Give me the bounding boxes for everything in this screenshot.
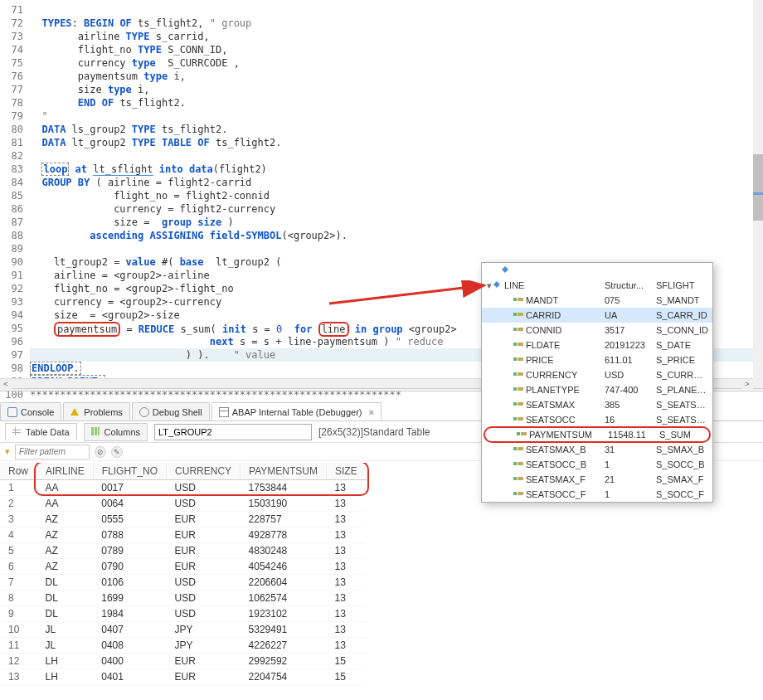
popup-field-fldate[interactable]: FLDATE20191223S_DATE <box>482 338 712 352</box>
code-line-78[interactable]: END OF ts_flight2. <box>30 96 763 109</box>
code-line-80[interactable]: DATA ls_group2 TYPE ts_flight2. <box>30 123 763 136</box>
table-row[interactable]: 12LH0400EUR299259215 <box>0 654 366 669</box>
table-row[interactable]: 8DL1699USD106257413 <box>0 591 366 606</box>
col-airline[interactable]: AIRLINE <box>37 463 94 480</box>
tab-columns[interactable]: Columns <box>84 423 148 441</box>
tab-table-data[interactable]: Table Data <box>5 423 77 441</box>
chevron-down-icon[interactable]: ▾ <box>485 280 493 291</box>
code-line-71[interactable] <box>30 3 763 17</box>
table-row[interactable]: 6AZ0790EUR405424613 <box>0 559 366 575</box>
cell: EUR <box>167 654 241 669</box>
popup-field-connid[interactable]: CONNID3517S_CONN_ID <box>482 323 712 338</box>
table-name-input[interactable] <box>154 424 312 440</box>
code-line-76[interactable]: paymentsum type i, <box>30 70 763 83</box>
cell: 4928778 <box>241 527 327 543</box>
tab-close-button[interactable]: × <box>366 407 374 417</box>
cell: DL <box>37 591 94 606</box>
code-line-83[interactable]: loop at lt_sflight into data(flight2) <box>30 163 763 176</box>
field-icon <box>513 326 523 334</box>
table-row[interactable]: 2AA0064USD150319013 <box>0 496 366 512</box>
field-icon <box>513 445 523 454</box>
col-row[interactable]: Row <box>0 463 37 480</box>
cell: JPY <box>167 638 241 654</box>
col-size[interactable]: SIZE <box>326 463 366 480</box>
cell: 2 <box>0 496 37 512</box>
table-header-row: RowAIRLINEFLIGHT_NOCURRENCYPAYMENTSUMSIZ… <box>0 463 366 480</box>
table-row[interactable]: 13LH0401EUR220475415 <box>0 669 366 685</box>
code-line-73[interactable]: airline TYPE s_carrid, <box>30 30 763 43</box>
cell: JPY <box>167 622 241 638</box>
cell: 0106 <box>93 575 166 591</box>
scroll-thumb[interactable] <box>753 154 763 221</box>
popup-field-planetype[interactable]: PLANETYPE747-400S_PLANETYE <box>482 382 712 397</box>
variable-popup[interactable]: ▾ LINEStructur...SFLIGHT MANDT075S_MANDT… <box>481 262 713 503</box>
code-line-82[interactable] <box>30 149 763 163</box>
code-line-79[interactable]: " <box>30 109 763 123</box>
cell: 0408 <box>93 638 166 654</box>
popup-field-currency[interactable]: CURRENCYUSDS_CURRCODE <box>482 367 712 382</box>
code-line-84[interactable]: GROUP BY ( airline = flight2-carrid <box>30 176 763 189</box>
popup-root-line[interactable]: ▾ LINEStructur...SFLIGHT <box>482 278 712 293</box>
table-row[interactable]: 1AA0017USD175384413 <box>0 480 366 496</box>
popup-field-price[interactable]: PRICE611.01S_PRICE <box>482 352 712 367</box>
table-row[interactable]: 3AZ0555EUR22875713 <box>0 512 366 527</box>
popup-field-paymentsum[interactable]: PAYMENTSUM11548.11S_SUM <box>484 426 711 443</box>
edit-button[interactable]: ✎ <box>111 446 123 458</box>
popup-field-seatsmax[interactable]: SEATSMAX385S_SEATSMAX <box>482 397 712 412</box>
tab-internaltable[interactable]: ABAP Internal Table (Debugger)× <box>211 402 382 420</box>
scroll-right-button[interactable]: > <box>741 379 753 389</box>
code-line-86[interactable]: currency = flight2-currency <box>30 202 763 216</box>
popup-field-mandt[interactable]: MANDT075S_MANDT <box>482 293 712 308</box>
cell: AA <box>37 496 94 512</box>
cell: 4054246 <box>241 559 327 575</box>
cell: 10 <box>0 622 37 638</box>
cell: JL <box>37 622 94 638</box>
tab-console[interactable]: Console <box>0 402 61 420</box>
filter-input[interactable] <box>15 445 90 459</box>
table-row[interactable]: 9DL1984USD192310213 <box>0 606 366 622</box>
cell: 13 <box>326 512 366 527</box>
code-line-72[interactable]: TYPES: BEGIN OF ts_flight2, " group <box>30 17 763 30</box>
popup-field-seatsocc_b[interactable]: SEATSOCC_B1S_SOCC_B <box>482 457 712 472</box>
table-row[interactable]: 11JL0408JPY422622713 <box>0 638 366 654</box>
clear-filter-button[interactable]: ⊘ <box>95 446 106 458</box>
cell: 13 <box>326 638 366 654</box>
tab-debugshell[interactable]: Debug Shell <box>132 402 210 420</box>
cell: 0064 <box>93 496 166 512</box>
code-line-85[interactable]: flight_no = flight2-connid <box>30 189 763 202</box>
popup-field-seatsmax_b[interactable]: SEATSMAX_B31S_SMAX_B <box>482 442 712 457</box>
cell: JL <box>37 638 94 654</box>
code-line-89[interactable] <box>30 242 763 255</box>
code-line-88[interactable]: ascending ASSIGNING field-SYMBOL(<group2… <box>30 229 763 242</box>
popup-field-carrid[interactable]: CARRIDUAS_CARR_ID <box>482 308 712 323</box>
code-line-77[interactable]: size type i, <box>30 83 763 96</box>
popup-enter-variable[interactable] <box>482 263 712 278</box>
tab-problems[interactable]: Problems <box>63 402 129 420</box>
col-paymentsum[interactable]: PAYMENTSUM <box>241 463 327 480</box>
popup-field-seatsocc_f[interactable]: SEATSOCC_F1S_SOCC_F <box>482 487 712 502</box>
popup-field-seatsmax_f[interactable]: SEATSMAX_F21S_SMAX_F <box>482 472 712 487</box>
struct-icon <box>502 266 510 275</box>
table-row[interactable]: 4AZ0788EUR492877813 <box>0 527 366 543</box>
internaltable-icon <box>219 407 229 417</box>
code-line-81[interactable]: DATA lt_group2 TYPE TABLE OF ts_flight2. <box>30 136 763 149</box>
vertical-scrollbar[interactable] <box>753 0 763 390</box>
cell: 15 <box>326 669 366 685</box>
col-currency[interactable]: CURRENCY <box>167 463 241 480</box>
scroll-left-button[interactable]: < <box>0 379 12 389</box>
cell: 0790 <box>93 559 166 575</box>
col-flight_no[interactable]: FLIGHT_NO <box>93 463 166 480</box>
code-line-75[interactable]: currency type S_CURRCODE , <box>30 56 763 70</box>
struct-icon <box>493 281 502 289</box>
table-row[interactable]: 10JL0407JPY532949113 <box>0 622 366 638</box>
code-line-74[interactable]: flight_no TYPE S_CONN_ID, <box>30 43 763 56</box>
table-row[interactable]: 7DL0106USD220660413 <box>0 575 366 591</box>
debugshell-icon <box>139 407 149 417</box>
code-line-87[interactable]: size = group size ) <box>30 216 763 229</box>
cell: 1503190 <box>241 496 327 512</box>
field-icon <box>513 490 523 498</box>
popup-field-seatsocc[interactable]: SEATSOCC16S_SEATSOCC <box>482 412 712 427</box>
table-row[interactable]: 5AZ0789EUR483024813 <box>0 543 366 559</box>
cell: USD <box>167 606 241 622</box>
cell: EUR <box>167 543 241 559</box>
